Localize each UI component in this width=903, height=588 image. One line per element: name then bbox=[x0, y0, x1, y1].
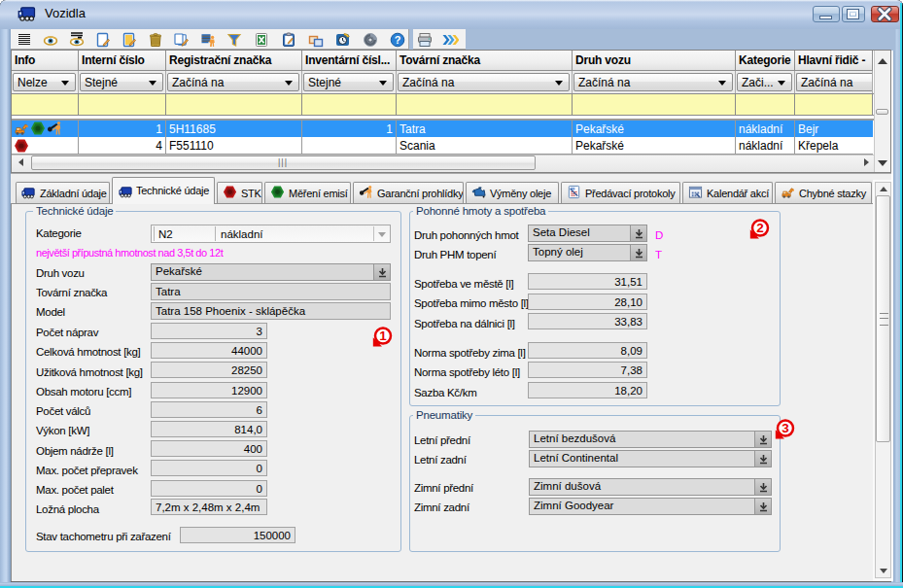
svg-text:2: 2 bbox=[756, 221, 764, 235]
svg-text:3: 3 bbox=[781, 421, 789, 435]
svg-text:1: 1 bbox=[379, 329, 387, 343]
